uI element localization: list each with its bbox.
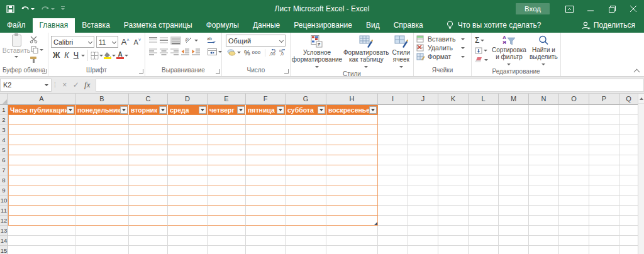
percent-style-button[interactable]: %	[244, 49, 250, 57]
cell-J4[interactable]	[408, 135, 438, 145]
cell-L6[interactable]	[469, 155, 499, 165]
cell-J3[interactable]	[408, 125, 438, 135]
row-header-13[interactable]: 13	[0, 226, 8, 236]
filter-dropdown-icon[interactable]	[237, 106, 245, 114]
wrap-text-icon[interactable]: ab	[207, 36, 216, 44]
cell-B4[interactable]	[75, 135, 129, 145]
cell-K3[interactable]	[438, 125, 469, 135]
cell-J12[interactable]	[408, 216, 438, 226]
cell-I14[interactable]	[378, 236, 408, 246]
cell-F14[interactable]	[246, 236, 286, 246]
cell-M15[interactable]	[499, 246, 529, 254]
filter-dropdown-icon[interactable]	[120, 106, 128, 114]
cell-O10[interactable]	[559, 196, 589, 206]
cell-L11[interactable]	[469, 206, 499, 216]
cell-Q6[interactable]	[619, 155, 638, 165]
cell-F9[interactable]	[246, 185, 286, 196]
cell-F12[interactable]	[246, 216, 286, 226]
cell-O1[interactable]	[559, 105, 589, 115]
cell-L3[interactable]	[469, 125, 499, 135]
cell-G5[interactable]	[286, 145, 326, 155]
cell-P1[interactable]	[589, 105, 619, 115]
close-button[interactable]	[623, 0, 644, 18]
cell-C4[interactable]	[129, 135, 168, 145]
cell-I11[interactable]	[378, 206, 408, 216]
column-header-K[interactable]: K	[438, 94, 469, 105]
cell-C6[interactable]	[129, 155, 168, 165]
cell-M10[interactable]	[499, 196, 529, 206]
align-center-icon[interactable]	[160, 48, 168, 55]
cell-H12[interactable]	[326, 216, 378, 226]
cell-O8[interactable]	[559, 175, 589, 185]
name-box[interactable]: K2	[0, 79, 52, 92]
column-header-C[interactable]: C	[129, 94, 168, 105]
cell-D4[interactable]	[168, 135, 208, 145]
cell-I15[interactable]	[378, 246, 408, 254]
column-header-D[interactable]: D	[168, 94, 208, 105]
cell-K6[interactable]	[438, 155, 469, 165]
collapse-ribbon-icon[interactable]	[634, 69, 640, 75]
cell-O5[interactable]	[559, 145, 589, 155]
cell-Q10[interactable]	[619, 196, 638, 206]
cell-C2[interactable]	[129, 115, 168, 125]
cell-O13[interactable]	[559, 226, 589, 236]
column-header-E[interactable]: E	[208, 94, 246, 105]
cell-P15[interactable]	[589, 246, 619, 254]
cell-F13[interactable]	[246, 226, 286, 236]
cell-E11[interactable]	[208, 206, 246, 216]
cell-E5[interactable]	[208, 145, 246, 155]
cell-D10[interactable]	[168, 196, 208, 206]
cell-I2[interactable]	[378, 115, 408, 125]
cell-N8[interactable]	[529, 175, 559, 185]
cell-M2[interactable]	[499, 115, 529, 125]
merge-center-icon[interactable]	[206, 48, 223, 56]
font-name-combo[interactable]: Calibri	[51, 36, 94, 48]
cell-Q11[interactable]	[619, 206, 638, 216]
row-header-10[interactable]: 10	[0, 196, 8, 206]
increase-font-icon[interactable]: A˄	[120, 37, 131, 47]
cell-G14[interactable]	[286, 236, 326, 246]
ribbon-display-options-icon[interactable]	[558, 0, 580, 18]
cell-K13[interactable]	[438, 226, 469, 236]
cell-O11[interactable]	[559, 206, 589, 216]
cell-N15[interactable]	[529, 246, 559, 254]
cell-G12[interactable]	[286, 216, 326, 226]
cell-K10[interactable]	[438, 196, 469, 206]
column-header-P[interactable]: P	[589, 94, 619, 105]
cell-K2[interactable]	[438, 115, 469, 125]
cell-M7[interactable]	[499, 165, 529, 175]
accounting-format-button[interactable]	[226, 48, 242, 57]
cell-L12[interactable]	[469, 216, 499, 226]
cell-C1[interactable]: вторник	[129, 105, 168, 115]
cell-A1[interactable]: Часы публикации	[8, 105, 75, 115]
cell-B14[interactable]	[75, 236, 129, 246]
cell-B13[interactable]	[75, 226, 129, 236]
cell-B6[interactable]	[75, 155, 129, 165]
cell-M11[interactable]	[499, 206, 529, 216]
tell-me-box[interactable]: Что вы хотите сделать?	[447, 21, 541, 33]
cell-M3[interactable]	[499, 125, 529, 135]
cell-B12[interactable]	[75, 216, 129, 226]
cell-B15[interactable]	[75, 246, 129, 254]
cell-O6[interactable]	[559, 155, 589, 165]
cell-G9[interactable]	[286, 185, 326, 196]
tab-view[interactable]: Вид	[359, 18, 387, 33]
cell-P3[interactable]	[589, 125, 619, 135]
table-resize-handle[interactable]	[374, 222, 377, 225]
cell-C7[interactable]	[129, 165, 168, 175]
cell-K15[interactable]	[438, 246, 469, 254]
copy-button[interactable]	[30, 45, 45, 54]
cut-button[interactable]	[30, 36, 45, 43]
cell-O4[interactable]	[559, 135, 589, 145]
cell-Q2[interactable]	[619, 115, 638, 125]
cell-H1[interactable]: воскресенье	[326, 105, 378, 115]
cell-K4[interactable]	[438, 135, 469, 145]
cell-K1[interactable]	[438, 105, 469, 115]
cell-K11[interactable]	[438, 206, 469, 216]
cell-P12[interactable]	[589, 216, 619, 226]
cell-Q12[interactable]	[619, 216, 638, 226]
fill-button[interactable]	[474, 47, 489, 55]
cell-G6[interactable]	[286, 155, 326, 165]
paste-button[interactable]: Вставить	[3, 35, 30, 66]
cell-H3[interactable]	[326, 125, 378, 135]
